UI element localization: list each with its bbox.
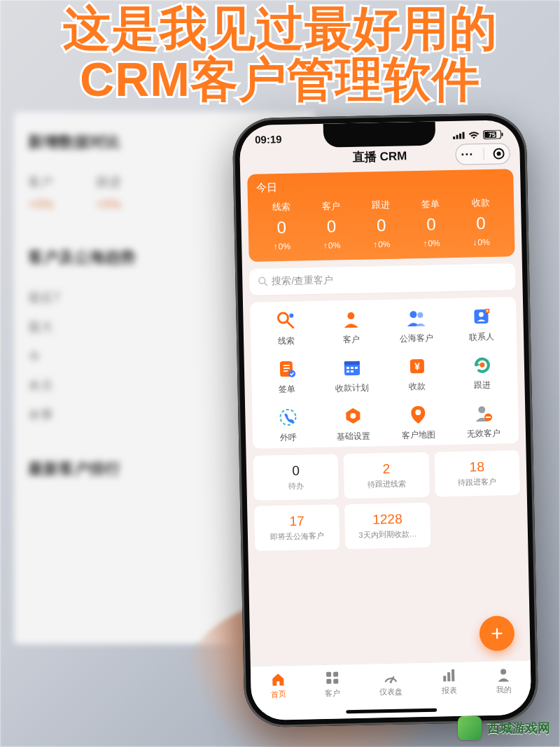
card-todo[interactable]: 0待办	[253, 454, 340, 501]
status-time: 09:19	[255, 133, 282, 146]
svg-rect-0	[453, 137, 455, 139]
app-followup[interactable]: 跟进	[449, 354, 515, 392]
invalid-customer-icon	[472, 403, 494, 424]
watermark-logo	[458, 716, 482, 740]
wifi-icon	[468, 131, 479, 139]
svg-rect-41	[326, 672, 331, 677]
svg-rect-47	[443, 676, 446, 681]
svg-rect-49	[451, 669, 454, 681]
app-invalid-customers[interactable]: 无效客户	[450, 402, 516, 440]
metric-row: 线索0↑0% 客户0↑0% 跟进0↑0% 签单0↑0% 收款0↓0%	[256, 196, 506, 251]
svg-line-11	[286, 321, 293, 328]
plus-icon: +	[491, 622, 503, 645]
svg-point-13	[347, 312, 354, 319]
card-losing-public[interactable]: 17即将丢公海客户	[254, 504, 340, 551]
svg-rect-29	[346, 370, 349, 372]
tab-reports[interactable]: 报表	[441, 668, 457, 696]
bg-pct-1: +0%	[28, 197, 54, 212]
bg-col-1: 客户	[28, 174, 54, 190]
watermark: 西城游戏网	[458, 716, 550, 740]
metric-payments[interactable]: 收款0↓0%	[456, 196, 507, 247]
battery-icon: 75	[483, 130, 504, 139]
close-miniprogram-icon[interactable]	[493, 148, 505, 159]
svg-text:¥: ¥	[414, 361, 419, 372]
home-icon	[270, 671, 286, 687]
tab-dashboard[interactable]: 仪表盘	[379, 669, 402, 698]
search-input[interactable]: 搜索/查重客户	[249, 263, 516, 295]
chart-icon	[441, 668, 456, 683]
svg-text:75: 75	[489, 132, 496, 139]
metric-followup[interactable]: 跟进0↑0%	[356, 198, 407, 249]
add-button[interactable]: +	[479, 615, 514, 651]
watermark-text: 西城游戏网	[487, 720, 550, 736]
app-customers[interactable]: 客户	[318, 308, 384, 347]
app-outbound-call[interactable]: 外呼	[255, 406, 321, 445]
svg-rect-2	[459, 134, 461, 139]
svg-rect-27	[350, 367, 353, 369]
app-settings[interactable]: 基础设置	[320, 405, 386, 443]
tab-customers[interactable]: 客户	[325, 670, 341, 698]
svg-rect-48	[447, 672, 450, 681]
svg-line-9	[265, 283, 267, 286]
svg-rect-44	[333, 679, 338, 684]
bg-col-2: 跟进	[96, 174, 122, 190]
bg-pct-2: +0%	[96, 197, 122, 212]
svg-rect-3	[462, 132, 464, 139]
customer-icon	[340, 309, 362, 330]
search-placeholder: 搜索/查重客户	[272, 274, 333, 288]
app-payments[interactable]: ¥收款	[384, 355, 450, 393]
app-customer-map[interactable]: 客户地图	[385, 403, 451, 442]
tab-home[interactable]: 首页	[270, 671, 286, 699]
svg-rect-28	[354, 367, 357, 369]
leads-icon	[275, 310, 297, 332]
payment-icon: ¥	[406, 356, 428, 377]
metric-leads[interactable]: 线索0↑0%	[256, 200, 307, 251]
deal-icon	[276, 358, 298, 380]
app-contacts[interactable]: 联系人	[448, 305, 514, 344]
summary-cards: 0待办 2待跟进线索 18待跟进客户 17即将丢公海客户 12283天内到期收款…	[253, 450, 522, 551]
person-icon	[496, 666, 511, 682]
gauge-icon	[383, 669, 398, 685]
miniprogram-capsule[interactable]: ···	[455, 143, 510, 165]
svg-rect-6	[501, 132, 503, 136]
phone-notch	[323, 121, 436, 147]
app-title: 直播 CRM	[353, 148, 407, 165]
svg-rect-25	[344, 361, 359, 365]
card-pending-customers[interactable]: 18待跟进客户	[434, 450, 520, 497]
signal-icon	[453, 132, 465, 139]
metric-customers[interactable]: 客户0↑0%	[306, 200, 357, 251]
headline-line-2: CRM客户管理软件	[0, 54, 560, 105]
card-pending-leads[interactable]: 2待跟进线索	[344, 452, 430, 499]
map-pin-icon	[407, 404, 429, 426]
capsule-separator	[483, 148, 484, 160]
grid-icon	[325, 670, 340, 685]
svg-rect-43	[326, 679, 331, 684]
headline-line-1: 这是我见过最好用的	[0, 3, 560, 54]
svg-rect-42	[333, 672, 338, 677]
tab-mine[interactable]: 我的	[496, 666, 512, 694]
followup-icon	[471, 354, 493, 376]
today-label[interactable]: 今日	[255, 176, 505, 194]
metric-deals[interactable]: 签单0↑0%	[406, 197, 457, 249]
phone-frame: 09:19 75 直播 CRM ··· 今日 线索0↑0% 客户0↑0% 跟	[232, 113, 538, 728]
svg-point-38	[478, 406, 485, 413]
menu-icon[interactable]: ···	[461, 148, 473, 160]
card-due-payments[interactable]: 12283天内到期收款…	[344, 503, 430, 550]
svg-point-50	[500, 669, 506, 675]
svg-point-33	[479, 363, 484, 368]
app-deals[interactable]: 签单	[254, 358, 320, 396]
svg-rect-30	[351, 370, 354, 372]
svg-rect-26	[346, 367, 349, 369]
app-grid: 线索 客户 公海客户 联系人 签单 收款计划 ¥收款 跟进 外呼 基础设置 客户…	[250, 297, 519, 449]
svg-point-14	[410, 311, 416, 318]
public-customer-icon	[405, 307, 427, 329]
phone-screen: 09:19 75 直播 CRM ··· 今日 线索0↑0% 客户0↑0% 跟	[239, 120, 532, 720]
app-payment-plan[interactable]: 收款计划	[319, 356, 385, 395]
search-icon	[258, 276, 267, 288]
settings-icon	[342, 405, 364, 427]
today-summary-panel: 今日 线索0↑0% 客户0↑0% 跟进0↑0% 签单0↑0% 收款0↓0%	[247, 169, 515, 262]
app-public-customers[interactable]: 公海客户	[383, 307, 449, 345]
contact-icon	[470, 306, 492, 328]
svg-point-34	[280, 410, 295, 425]
app-leads[interactable]: 线索	[253, 309, 318, 348]
